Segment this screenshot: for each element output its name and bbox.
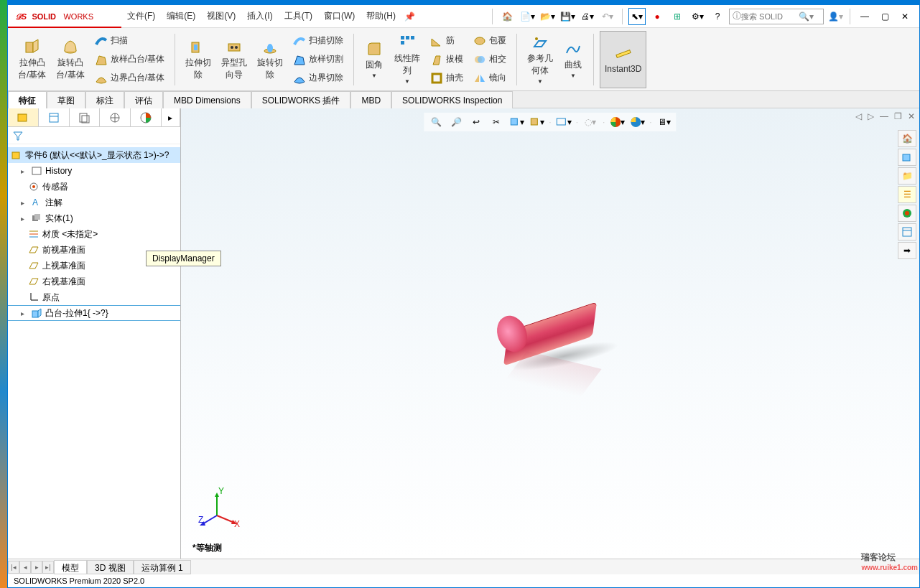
tab-evaluate[interactable]: 评估 [124, 91, 163, 108]
btab-first-icon[interactable]: |◂ [8, 561, 19, 574]
search-input[interactable] [741, 12, 799, 21]
menu-tools[interactable]: 工具(T) [279, 10, 318, 22]
tp-resources-icon[interactable] [898, 149, 916, 166]
open-icon[interactable]: 📂▾ [539, 8, 556, 25]
doc-restore-icon[interactable]: ❐ [894, 111, 902, 121]
hole-wizard-button[interactable]: 异型孔 向导 [217, 31, 251, 88]
graphics-viewport[interactable]: ◁ ▷ — ❐ ✕ 🔍 🔎 ↩ ✂ ▾ ▾ · ▾ · ◌▾ · ▾ ▾ · [181, 108, 919, 559]
linear-pattern-button[interactable]: 线性阵 列▼ [390, 31, 424, 88]
tp-design-lib-icon[interactable]: 📁 [898, 167, 916, 185]
tab-inspection[interactable]: SOLIDWORKS Inspection [391, 91, 513, 108]
tab-plugins[interactable]: SOLIDWORKS 插件 [251, 91, 351, 108]
fm-tab-config-icon[interactable] [70, 108, 101, 126]
loft-boss-button[interactable]: 放样凸台/基体 [90, 51, 169, 68]
fm-tab-assembly-icon[interactable] [8, 108, 39, 126]
boundary-cut-button[interactable]: 边界切除 [289, 70, 348, 87]
menu-insert[interactable]: 插入(I) [241, 10, 278, 22]
pin-icon[interactable]: 📌 [401, 8, 419, 25]
tree-right-plane[interactable]: 右视基准面 [8, 274, 180, 289]
print-icon[interactable]: 🖨▾ [579, 8, 596, 25]
intersect-button[interactable]: 相交 [469, 51, 511, 68]
apply-scene-icon[interactable]: ▾ [629, 114, 645, 130]
rebuild-icon[interactable]: ⊞ [669, 8, 686, 25]
boundary-boss-button[interactable]: 边界凸台/基体 [90, 70, 169, 87]
search-box[interactable]: ⓘ 🔍▾ [729, 9, 824, 24]
home-icon[interactable]: 🏠 [498, 8, 516, 25]
tab-mbd[interactable]: MBD [350, 91, 391, 108]
curve-button[interactable]: 曲线▼ [559, 31, 587, 88]
doc-next-icon[interactable]: ▷ [868, 111, 874, 121]
close-icon[interactable]: ✕ [896, 8, 914, 25]
btab-model[interactable]: 模型 [54, 560, 87, 574]
display-style-icon[interactable]: ▾ [529, 114, 544, 130]
tab-mbd-dim[interactable]: MBD Dimensions [163, 91, 251, 108]
tree-origin[interactable]: 原点 [8, 289, 180, 305]
tree-annotations[interactable]: ▸A注解 [8, 195, 180, 210]
rib-button[interactable]: 筋 [426, 32, 468, 50]
fm-tab-dimxpert-icon[interactable] [100, 108, 131, 126]
save-icon[interactable]: 💾▾ [559, 8, 576, 25]
tp-home-icon[interactable]: 🏠 [898, 130, 916, 147]
search-go-icon[interactable]: 🔍▾ [799, 11, 814, 22]
menu-window[interactable]: 窗口(W) [318, 10, 361, 22]
menu-file[interactable]: 文件(F) [121, 10, 161, 22]
revolve-cut-button[interactable]: 旋转切 除 [253, 31, 287, 88]
tp-custom-icon[interactable]: ➡ [898, 242, 916, 259]
fm-filter[interactable] [8, 127, 180, 144]
fm-tab-more-icon[interactable]: ▸ [162, 108, 180, 126]
doc-prev-icon[interactable]: ◁ [855, 111, 862, 121]
tab-sketch[interactable]: 草图 [47, 91, 85, 108]
view-orient-icon[interactable]: ▾ [508, 114, 524, 130]
tree-extrude-feature[interactable]: ▸凸台-拉伸1{ ->?} [8, 305, 180, 321]
draft-button[interactable]: 拔模 [426, 51, 468, 68]
hide-show-icon[interactable]: ▾ [556, 114, 572, 130]
minimize-icon[interactable]: — [856, 8, 873, 25]
instant3d-button[interactable]: Instant3D [600, 31, 646, 88]
tree-material[interactable]: 材质 <未指定> [8, 226, 180, 242]
loft-cut-button[interactable]: 放样切割 [289, 51, 348, 68]
mirror-button[interactable]: 镜向 [469, 70, 511, 87]
btab-prev-icon[interactable]: ◂ [19, 561, 31, 574]
new-icon[interactable]: 📄▾ [519, 8, 536, 25]
extrude-cut-button[interactable]: 拉伸切 除 [181, 31, 215, 88]
doc-close-icon[interactable]: ✕ [908, 111, 915, 121]
options-icon[interactable]: ⚙▾ [689, 8, 706, 25]
doc-min-icon[interactable]: — [880, 111, 888, 121]
sweep-button[interactable]: 扫描 [90, 32, 169, 50]
tp-file-explorer-icon[interactable]: ☰ [898, 186, 916, 203]
tree-history[interactable]: ▸History [8, 163, 180, 179]
fm-tab-property-icon[interactable] [39, 108, 70, 126]
revolve-boss-button[interactable]: 旋转凸 台/基体 [52, 31, 88, 88]
appearance-icon[interactable]: ▾ [609, 114, 625, 130]
btab-3dview[interactable]: 3D 视图 [87, 560, 134, 574]
undo-icon[interactable]: ↶▾ [599, 8, 616, 25]
select-icon[interactable]: ⬉▾ [628, 8, 646, 25]
tp-view-palette-icon[interactable] [898, 205, 916, 222]
menu-help[interactable]: 帮助(H) [361, 10, 401, 22]
extrude-boss-button[interactable]: 拉伸凸 台/基体 [14, 31, 50, 88]
btab-study[interactable]: 运动算例 1 [134, 560, 191, 574]
section-icon[interactable]: ✂ [488, 114, 504, 130]
scene-icon[interactable]: ◌▾ [582, 114, 598, 130]
prev-view-icon[interactable]: ↩ [468, 114, 484, 130]
tree-bodies[interactable]: ▸实体(1) [8, 210, 180, 226]
tp-appearances-icon[interactable] [898, 223, 916, 241]
user-icon[interactable]: 👤▾ [827, 8, 844, 25]
tree-sensor[interactable]: 传感器 [8, 179, 180, 195]
btab-next-icon[interactable]: ▸ [31, 561, 42, 574]
tree-root[interactable]: 零件6 (默认<<默认>_显示状态 1>)->? [8, 147, 180, 163]
help-icon[interactable]: ? [709, 8, 726, 25]
btab-last-icon[interactable]: ▸| [42, 561, 54, 574]
zoom-fit-icon[interactable]: 🔍 [428, 114, 444, 130]
tab-annotation[interactable]: 标注 [85, 91, 124, 108]
record-icon[interactable]: ● [649, 8, 666, 25]
tab-feature[interactable]: 特征 [8, 91, 47, 108]
sweep-cut-button[interactable]: 扫描切除 [289, 32, 348, 50]
shell-button[interactable]: 抽壳 [426, 70, 468, 87]
zoom-area-icon[interactable]: 🔎 [448, 114, 464, 130]
menu-edit[interactable]: 编辑(E) [161, 10, 201, 22]
wrap-button[interactable]: 包覆 [469, 32, 511, 50]
fm-tab-display-icon[interactable] [131, 108, 162, 126]
menu-view[interactable]: 视图(V) [201, 10, 241, 22]
ref-geom-button[interactable]: 参考几 何体▼ [523, 31, 557, 88]
